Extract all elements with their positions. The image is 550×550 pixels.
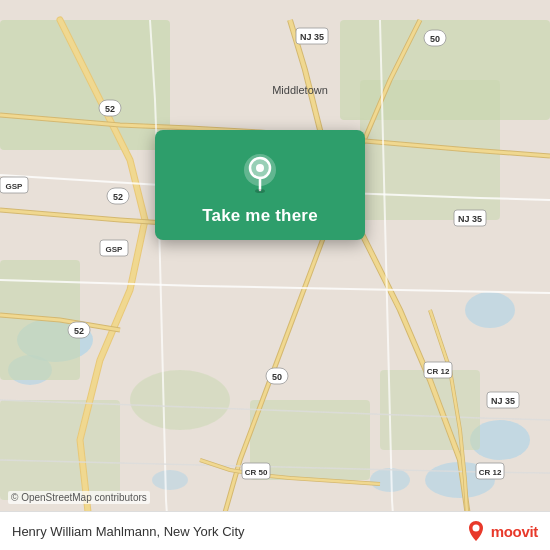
svg-text:50: 50 (430, 34, 440, 44)
svg-point-48 (472, 525, 479, 532)
take-me-there-button[interactable]: Take me there (202, 206, 318, 226)
svg-point-46 (256, 164, 264, 172)
svg-text:NJ 35: NJ 35 (300, 32, 324, 42)
location-label: Henry William Mahlmann, New York City (12, 524, 245, 539)
svg-text:52: 52 (105, 104, 115, 114)
moovit-brand-text: moovit (491, 523, 538, 540)
svg-text:NJ 35: NJ 35 (491, 396, 515, 406)
popup-card[interactable]: Take me there (155, 130, 365, 240)
svg-point-5 (370, 468, 410, 492)
moovit-logo: moovit (465, 520, 538, 542)
svg-point-15 (130, 370, 230, 430)
svg-text:GSP: GSP (106, 245, 124, 254)
svg-text:50: 50 (272, 372, 282, 382)
svg-text:CR 12: CR 12 (479, 468, 502, 477)
svg-text:Middletown: Middletown (272, 84, 328, 96)
svg-rect-7 (0, 20, 170, 150)
bottom-bar: Henry William Mahlmann, New York City mo… (0, 511, 550, 550)
map-container: NJ 35 50 52 52 GSP GSP NJ 35 52 50 CR 12… (0, 0, 550, 550)
svg-text:52: 52 (74, 326, 84, 336)
svg-text:CR 12: CR 12 (427, 367, 450, 376)
svg-point-6 (152, 470, 188, 490)
svg-point-2 (465, 292, 515, 328)
svg-text:GSP: GSP (6, 182, 24, 191)
svg-text:52: 52 (113, 192, 123, 202)
svg-rect-12 (0, 400, 120, 500)
osm-attribution: © OpenStreetMap contributors (8, 491, 150, 504)
svg-text:NJ 35: NJ 35 (458, 214, 482, 224)
svg-text:CR 50: CR 50 (245, 468, 268, 477)
svg-point-47 (255, 189, 265, 193)
location-pin-icon (236, 148, 284, 196)
moovit-pin-icon (465, 520, 487, 542)
map-svg: NJ 35 50 52 52 GSP GSP NJ 35 52 50 CR 12… (0, 0, 550, 550)
